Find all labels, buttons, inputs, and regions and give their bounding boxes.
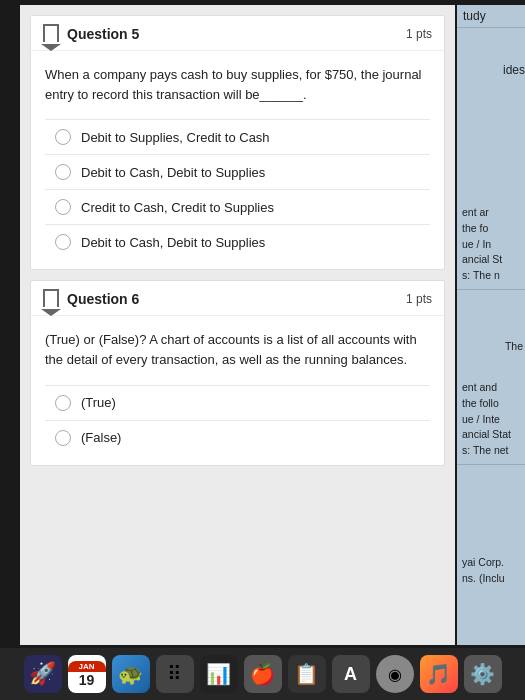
question-6-body: (True) or (False)? A chart of accounts i… (31, 316, 444, 464)
dock-item-rocket[interactable]: 🚀 (24, 655, 62, 693)
question-5-option-4[interactable]: Debit to Cash, Debit to Supplies (45, 224, 430, 259)
sidebar-block-1: ent ar the fo ue / In ancial St s: The n (457, 200, 525, 290)
dock-item-accessibility[interactable]: A (332, 655, 370, 693)
sidebar-the-text: The (505, 340, 523, 352)
dock: 🚀 JAN 19 🐢 ⠿ 📊 🍎 📋 A ◉ 🎵 ⚙️ (0, 648, 525, 700)
sidebar-top-label: tudy (457, 5, 525, 28)
dock-item-calendar[interactable]: JAN 19 (68, 655, 106, 693)
option-5-3-text: Credit to Cash, Credit to Supplies (81, 200, 274, 215)
option-5-1-text: Debit to Supplies, Credit to Cash (81, 130, 270, 145)
question-6-header: Question 6 1 pts (31, 281, 444, 316)
radio-q5-3[interactable] (55, 199, 71, 215)
dock-item-spotlight[interactable]: ◉ (376, 655, 414, 693)
option-6-1-text: (True) (81, 395, 116, 410)
radio-q5-4[interactable] (55, 234, 71, 250)
bookmark-icon-q5[interactable] (43, 24, 59, 44)
question-5-text: When a company pays cash to buy supplies… (45, 65, 430, 105)
question-5-option-2[interactable]: Debit to Cash, Debit to Supplies (45, 154, 430, 189)
question-5-option-1[interactable]: Debit to Supplies, Credit to Cash (45, 119, 430, 154)
dock-item-system[interactable]: 🍎 (244, 655, 282, 693)
question-6-option-1[interactable]: (True) (45, 385, 430, 420)
question-5-body: When a company pays cash to buy supplies… (31, 51, 444, 269)
option-5-2-text: Debit to Cash, Debit to Supplies (81, 165, 265, 180)
dock-item-charts[interactable]: 📊 (200, 655, 238, 693)
dock-item-music[interactable]: 🎵 (420, 655, 458, 693)
radio-q5-1[interactable] (55, 129, 71, 145)
question-6-card: Question 6 1 pts (True) or (False)? A ch… (30, 280, 445, 465)
dock-item-launchpad[interactable]: ⠿ (156, 655, 194, 693)
dock-item-clipboard[interactable]: 📋 (288, 655, 326, 693)
radio-q6-2[interactable] (55, 430, 71, 446)
sidebar-block-2: ent and the follo ue / Inte ancial Stat … (457, 375, 525, 465)
question-5-option-3[interactable]: Credit to Cash, Credit to Supplies (45, 189, 430, 224)
dock-item-finder[interactable]: 🐢 (112, 655, 150, 693)
option-5-4-text: Debit to Cash, Debit to Supplies (81, 235, 265, 250)
question-5-title: Question 5 (67, 26, 139, 42)
dock-item-syspref[interactable]: ⚙️ (464, 655, 502, 693)
option-6-2-text: (False) (81, 430, 121, 445)
right-sidebar: tudy ent ar the fo ue / In ancial St s: … (457, 5, 525, 645)
bookmark-icon-q6[interactable] (43, 289, 59, 309)
question-6-pts: 1 pts (406, 292, 432, 306)
radio-q6-1[interactable] (55, 395, 71, 411)
sidebar-ides-text: ides (503, 63, 525, 77)
radio-q5-2[interactable] (55, 164, 71, 180)
question-6-option-2[interactable]: (False) (45, 420, 430, 455)
question-5-card: Question 5 1 pts When a company pays cas… (30, 15, 445, 270)
question-6-title: Question 6 (67, 291, 139, 307)
question-5-pts: 1 pts (406, 27, 432, 41)
question-6-text: (True) or (False)? A chart of accounts i… (45, 330, 430, 370)
question-5-header: Question 5 1 pts (31, 16, 444, 51)
sidebar-block-3: yai Corp. ns. (Inclu (457, 550, 525, 592)
